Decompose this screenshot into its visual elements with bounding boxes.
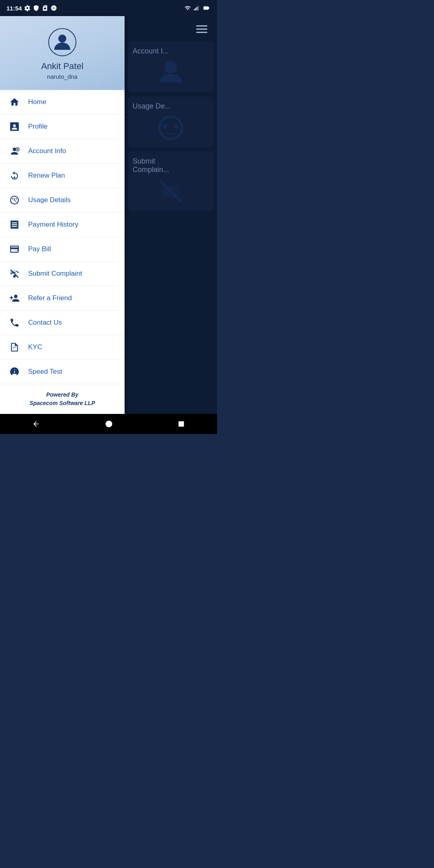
menu-label-home: Home xyxy=(28,98,46,106)
account-info-card: Account I... xyxy=(128,41,214,92)
payment-history-icon xyxy=(8,218,21,231)
main-layout: Ankit Patel naruto_dna Home Profile xyxy=(0,16,217,414)
menu-label-contact-us: Contact Us xyxy=(28,319,62,327)
hamburger-line-3 xyxy=(196,32,207,33)
drawer-footer: Powered By Spacecom Software LLP xyxy=(0,384,125,414)
menu-item-pay-bill[interactable]: Pay Bill xyxy=(0,237,125,262)
svg-point-13 xyxy=(13,275,16,278)
menu-item-profile[interactable]: Profile xyxy=(0,115,125,139)
profile-icon xyxy=(8,120,21,133)
svg-point-18 xyxy=(106,421,113,428)
menu-label-usage-details: Usage Details xyxy=(28,196,71,204)
menu-label-submit-complaint: Submit Complaint xyxy=(28,270,82,278)
account-info-icon xyxy=(8,145,21,158)
drawer-header: Ankit Patel naruto_dna xyxy=(0,16,125,90)
menu-label-payment-history: Payment History xyxy=(28,221,78,229)
dnd-icon xyxy=(51,5,57,11)
square-icon xyxy=(178,420,185,428)
menu-item-account-info[interactable]: Account Info xyxy=(0,139,125,164)
account-info-card-icon xyxy=(133,59,209,87)
right-panel: Account I... Usage De... xyxy=(125,16,217,414)
menu-label-renew-plan: Renew Plan xyxy=(28,172,65,180)
svg-point-10 xyxy=(12,198,13,199)
menu-label-account-info: Account Info xyxy=(28,147,66,155)
menu-label-refer-friend: Refer a Friend xyxy=(28,294,72,302)
submit-complaint-icon xyxy=(8,267,21,280)
recent-apps-button[interactable] xyxy=(170,417,193,431)
menu-item-home[interactable]: Home xyxy=(0,90,125,115)
signal-icon xyxy=(194,5,200,11)
svg-rect-6 xyxy=(204,7,208,10)
usage-details-card: Usage De... xyxy=(128,96,214,147)
contact-us-icon xyxy=(8,316,21,329)
menu-item-refer-friend[interactable]: Refer a Friend xyxy=(0,286,125,311)
submit-complaint-card-icon xyxy=(133,177,209,205)
svg-rect-5 xyxy=(209,7,209,9)
menu-item-kyc[interactable]: KYC xyxy=(0,335,125,360)
svg-rect-19 xyxy=(178,421,184,427)
menu-label-profile: Profile xyxy=(28,123,47,131)
avatar xyxy=(48,28,76,56)
bottom-nav xyxy=(0,414,217,434)
menu-label-kyc: KYC xyxy=(28,343,42,351)
avatar-icon xyxy=(52,32,72,52)
right-panel-cards: Account I... Usage De... xyxy=(125,38,217,214)
svg-rect-0 xyxy=(194,9,195,10)
menu-item-speed-test[interactable]: Speed Test xyxy=(0,360,125,384)
status-bar: 11:54 xyxy=(0,0,217,16)
circle-icon xyxy=(105,420,113,428)
powered-by-text: Powered By Spacecom Software LLP xyxy=(6,391,118,407)
svg-point-16 xyxy=(163,124,167,129)
back-icon xyxy=(32,420,40,428)
menu-item-usage-details[interactable]: Usage Details xyxy=(0,188,125,213)
hamburger-line-1 xyxy=(196,25,207,27)
submit-complaint-card: SubmitComplain... xyxy=(128,151,214,211)
sim-icon xyxy=(42,5,48,11)
battery-icon xyxy=(203,5,211,11)
svg-point-14 xyxy=(165,61,177,74)
home-icon xyxy=(8,96,21,108)
menu-item-submit-complaint[interactable]: Submit Complaint xyxy=(0,262,125,286)
svg-rect-2 xyxy=(197,7,197,10)
svg-point-9 xyxy=(14,176,15,178)
wifi-icon xyxy=(184,5,191,11)
speed-test-icon xyxy=(8,365,21,378)
status-left: 11:54 xyxy=(6,5,57,12)
pay-bill-icon xyxy=(8,243,21,256)
hamburger-button[interactable] xyxy=(193,20,211,38)
home-button[interactable] xyxy=(97,417,121,431)
svg-point-7 xyxy=(58,35,66,43)
svg-point-11 xyxy=(16,198,17,199)
submit-complaint-card-title: SubmitComplain... xyxy=(133,157,209,174)
usage-details-card-title: Usage De... xyxy=(133,102,209,111)
hamburger-line-2 xyxy=(196,29,207,30)
menu-item-payment-history[interactable]: Payment History xyxy=(0,213,125,237)
refer-friend-icon xyxy=(8,292,21,305)
menu-list: Home Profile Account Info xyxy=(0,90,125,384)
back-button[interactable] xyxy=(24,417,48,431)
svg-point-17 xyxy=(174,124,178,129)
menu-label-speed-test: Speed Test xyxy=(28,368,62,376)
settings-icon xyxy=(24,5,31,11)
side-drawer: Ankit Patel naruto_dna Home Profile xyxy=(0,16,125,414)
svg-rect-1 xyxy=(195,8,196,10)
svg-rect-3 xyxy=(198,6,199,10)
time-display: 11:54 xyxy=(6,5,22,12)
menu-item-renew-plan[interactable]: Renew Plan xyxy=(0,164,125,188)
svg-point-15 xyxy=(160,117,182,139)
usage-details-icon xyxy=(8,194,21,207)
menu-label-pay-bill: Pay Bill xyxy=(28,245,51,253)
user-name: Ankit Patel xyxy=(41,61,83,72)
usage-details-card-icon xyxy=(133,114,209,142)
account-info-card-title: Account I... xyxy=(133,47,209,55)
shield-icon xyxy=(33,5,39,11)
kyc-icon xyxy=(8,341,21,354)
user-handle: naruto_dna xyxy=(47,73,78,80)
menu-item-contact-us[interactable]: Contact Us xyxy=(0,311,125,335)
renew-plan-icon xyxy=(8,169,21,182)
status-right xyxy=(184,5,211,11)
